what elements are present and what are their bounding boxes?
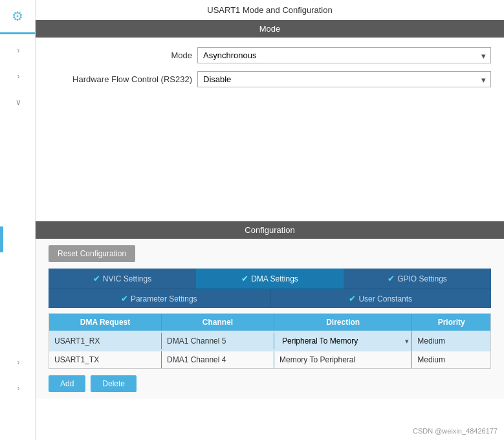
tabs-row-1: ✔ NVIC Settings ✔ DMA Settings ✔ GPIO Se… xyxy=(49,269,491,289)
check-circle-icon-nvic: ✔ xyxy=(93,274,100,283)
mode-section: Mode Asynchronous Synchronous Single Wir… xyxy=(36,38,504,105)
delete-button[interactable]: Delete xyxy=(91,375,137,392)
dma-cell-request-1: USART1_TX xyxy=(49,351,162,368)
mode-select[interactable]: Asynchronous Synchronous Single Wire (Ha… xyxy=(197,47,491,63)
dma-cell-priority-1: Medium xyxy=(412,351,490,368)
chevron-right-icon-4: › xyxy=(17,384,20,393)
sidebar-item-3[interactable]: ∨ xyxy=(0,89,35,115)
empty-area xyxy=(36,105,504,221)
col-header-priority: Priority xyxy=(412,314,490,331)
dma-cell-request-0: USART1_RX xyxy=(49,333,162,349)
action-buttons: Add Delete xyxy=(49,375,491,392)
dma-row-usart1rx[interactable]: USART1_RX DMA1 Channel 5 Peripheral To M… xyxy=(49,331,490,351)
col-header-channel: Channel xyxy=(162,314,274,331)
add-button[interactable]: Add xyxy=(49,375,85,392)
tab-nvic-label: NVIC Settings xyxy=(103,274,151,283)
main-content: USART1 Mode and Configuration Mode Mode … xyxy=(36,0,504,440)
check-circle-icon-param: ✔ xyxy=(121,294,128,303)
hardware-flow-label: Hardware Flow Control (RS232) xyxy=(49,74,197,84)
tab-user-constants[interactable]: ✔ User Constants xyxy=(270,289,492,308)
tab-gpio-settings[interactable]: ✔ GPIO Settings xyxy=(344,269,491,289)
page-title: USART1 Mode and Configuration xyxy=(36,0,504,20)
mode-select-wrapper: Asynchronous Synchronous Single Wire (Ha… xyxy=(197,47,491,63)
check-circle-icon-dma: ✔ xyxy=(241,274,248,283)
config-section-header: Configuration xyxy=(36,221,504,239)
sidebar-item-2[interactable]: › xyxy=(0,63,35,89)
dma-table-header: DMA Request Channel Direction Priority xyxy=(49,314,490,331)
tab-dma-settings[interactable]: ✔ DMA Settings xyxy=(196,269,344,289)
sidebar-item-1[interactable]: › xyxy=(0,38,35,63)
sidebar-divider xyxy=(0,32,35,34)
tab-nvic-settings[interactable]: ✔ NVIC Settings xyxy=(49,269,196,289)
check-circle-icon-gpio: ✔ xyxy=(388,274,395,283)
chevron-down-icon: ∨ xyxy=(16,98,21,107)
dma-direction-select-0[interactable]: Peripheral To Memory Memory To Periphera… xyxy=(279,334,406,348)
sidebar-item-bottom-1[interactable]: › xyxy=(16,349,20,375)
tab-parameter-label: Parameter Settings xyxy=(131,294,197,303)
col-header-direction: Direction xyxy=(274,314,412,331)
config-section: Reset Configuration ✔ NVIC Settings ✔ DM… xyxy=(36,239,504,399)
mode-label: Mode xyxy=(49,50,197,60)
watermark: CSDN @weixin_48426177 xyxy=(413,427,498,435)
tab-gpio-label: GPIO Settings xyxy=(397,274,447,283)
dma-cell-direction-1: Memory To Peripheral xyxy=(274,351,412,368)
dma-row-usart1tx[interactable]: USART1_TX DMA1 Channel 4 Memory To Perip… xyxy=(49,351,490,368)
tabs-row-2: ✔ Parameter Settings ✔ User Constants xyxy=(49,289,491,308)
mode-section-header: Mode xyxy=(36,20,504,38)
tab-dma-label: DMA Settings xyxy=(251,274,298,283)
sidebar: ⚙ › › ∨ › › xyxy=(0,0,36,440)
reset-configuration-button[interactable]: Reset Configuration xyxy=(49,245,135,262)
tab-user-label: User Constants xyxy=(358,294,412,303)
hardware-flow-row: Hardware Flow Control (RS232) Disable CT… xyxy=(49,71,491,87)
dma-cell-priority-0: Medium xyxy=(412,333,490,349)
gear-icon[interactable]: ⚙ xyxy=(5,3,30,29)
dma-cell-channel-0: DMA1 Channel 5 xyxy=(162,333,274,349)
hardware-flow-select-wrapper: Disable CTS Only RTS Only CTS/RTS xyxy=(197,71,491,87)
sidebar-item-bottom-2[interactable]: › xyxy=(16,375,20,401)
dma-cell-channel-1: DMA1 Channel 4 xyxy=(162,351,274,368)
mode-row: Mode Asynchronous Synchronous Single Wir… xyxy=(49,47,491,63)
hardware-flow-select[interactable]: Disable CTS Only RTS Only CTS/RTS xyxy=(197,71,491,87)
dma-direction-select-wrapper-0: Peripheral To Memory Memory To Periphera… xyxy=(274,331,412,351)
sidebar-active-indicator xyxy=(0,226,3,252)
chevron-right-icon: › xyxy=(17,46,20,55)
col-header-request: DMA Request xyxy=(49,314,162,331)
tab-parameter-settings[interactable]: ✔ Parameter Settings xyxy=(49,289,270,308)
dma-table: DMA Request Channel Direction Priority U… xyxy=(49,313,491,369)
check-circle-icon-user: ✔ xyxy=(349,294,356,303)
chevron-right-icon-3: › xyxy=(17,358,20,367)
chevron-right-icon-2: › xyxy=(17,72,20,81)
